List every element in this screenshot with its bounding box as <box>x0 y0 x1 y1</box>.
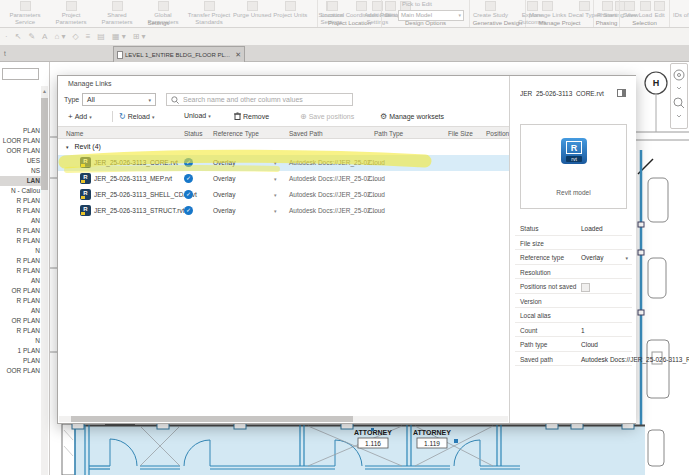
scrollbar-thumb[interactable] <box>71 416 353 422</box>
chevron-down-icon[interactable]: ▾ <box>274 208 277 214</box>
toolbar-icon[interactable]: ▦ ▾ <box>112 33 126 41</box>
field-label: Reference type <box>520 254 564 261</box>
add-button[interactable]: + Add ▾ <box>68 112 92 121</box>
browser-view-item[interactable]: R PLAN <box>0 236 41 246</box>
ribbon-button[interactable]: Edit <box>654 1 665 19</box>
link-name: JER_25-026-3113_CORE.rvt <box>94 159 178 166</box>
pick-to-edit-button[interactable]: Pick to Edit <box>402 1 432 7</box>
view-tab[interactable]: LEVEL 1_ENTIRE BLDG_FLOOR PL... ✕ <box>113 46 245 62</box>
browser-view-item[interactable]: PLAN <box>0 126 41 136</box>
column-header[interactable]: Path Type <box>374 130 403 137</box>
horizontal-scrollbar[interactable] <box>59 416 508 422</box>
browser-scrollbar[interactable]: ▲ <box>41 86 48 475</box>
status-check-icon: ✓ <box>184 158 193 167</box>
ribbon-button[interactable]: Save <box>623 1 637 19</box>
browser-view-item[interactable]: N - Callou <box>0 186 41 196</box>
ribbon-button[interactable]: IDs of Selection <box>673 1 689 19</box>
browser-view-item[interactable]: R PLAN <box>0 256 41 266</box>
column-header[interactable]: Status <box>184 130 202 137</box>
navigation-bar[interactable] <box>670 63 688 129</box>
browser-view-item[interactable]: R PLAN <box>0 266 41 276</box>
browser-view-item[interactable]: R PLAN <box>0 296 41 306</box>
column-header[interactable]: Reference Type <box>213 130 259 137</box>
browser-view-item[interactable]: AN <box>0 276 41 286</box>
browser-view-item[interactable]: AN <box>0 216 41 226</box>
link-row[interactable]: JER_25-026-3113_CORE.rvt ✓ Overlay ▾ Aut… <box>58 155 509 171</box>
reference-type-cell[interactable]: Overlay <box>213 175 235 182</box>
browser-view-item[interactable]: LAN <box>0 176 41 186</box>
scroll-up-icon[interactable]: ▲ <box>41 88 48 94</box>
zoom-icon[interactable] <box>674 98 684 108</box>
browser-view-item[interactable]: LOOR PLAN <box>0 136 41 146</box>
tab-close-icon[interactable]: ✕ <box>235 51 241 59</box>
remove-button[interactable]: Remove <box>234 112 269 120</box>
browser-view-item[interactable]: NS <box>0 166 41 176</box>
plus-icon: + <box>68 112 73 121</box>
save-positions-button[interactable]: ⊕ Save positions <box>300 112 354 121</box>
revit-group-row[interactable]: ▾ Revit (4) <box>66 143 101 150</box>
chevron-down-icon[interactable] <box>677 115 681 117</box>
status-check-icon: ✓ <box>184 190 193 199</box>
browser-view-item[interactable]: R PLAN <box>0 326 41 336</box>
browser-view-item[interactable]: PLAN <box>0 356 41 366</box>
toolbar-icon[interactable]: ≡ <box>86 33 91 41</box>
toolbar-icon[interactable]: ⊞ ▾ <box>133 33 146 41</box>
ribbon-button[interactable]: Load <box>639 1 652 19</box>
browser-view-item[interactable]: R PLAN <box>0 206 41 216</box>
ribbon-button[interactable]: Manage Links <box>529 1 566 19</box>
reference-type-cell[interactable]: Overlay <box>213 191 235 198</box>
toolbar-icon[interactable]: ◇ <box>73 33 79 41</box>
browser-view-item[interactable]: OOR PLAN <box>0 146 41 156</box>
manage-worksets-button[interactable]: ⚙ Manage worksets <box>380 112 444 121</box>
browser-view-item[interactable]: AN <box>0 306 41 316</box>
revit-icon-letter: R <box>566 141 582 154</box>
toolbar-icon[interactable]: ↖ <box>15 33 22 41</box>
browser-view-item[interactable]: 1 PLAN <box>0 346 41 356</box>
browser-view-item[interactable]: UES <box>0 156 41 166</box>
ribbon-button[interactable]: Location <box>321 1 344 19</box>
browser-view-item[interactable]: R PLAN <box>0 196 41 206</box>
chevron-down-icon[interactable]: ▾ <box>274 160 277 166</box>
links-search-input[interactable]: Search name and other column values <box>166 93 353 106</box>
column-header[interactable]: Name <box>66 130 83 137</box>
browser-view-item[interactable]: OR PLAN <box>0 286 41 296</box>
main-model-dropdown[interactable]: Main Model ▾ <box>398 10 464 21</box>
column-header[interactable]: File Size <box>448 130 473 137</box>
link-row[interactable]: JER_25-026-3113_SHELL_CDA.rvt ✓ Overlay … <box>58 187 509 203</box>
chevron-down-icon[interactable]: ▾ <box>274 192 277 198</box>
collapse-panel-icon[interactable] <box>617 89 626 97</box>
reference-type-cell[interactable]: Overlay <box>213 207 235 214</box>
link-row[interactable]: JER_25-026-3113_MEP.rvt ✓ Overlay ▾ Auto… <box>58 171 509 187</box>
browser-view-item[interactable]: R PLAN <box>0 226 41 236</box>
steering-wheel-icon[interactable] <box>674 70 684 80</box>
chevron-down-icon: ▾ <box>208 113 211 119</box>
status-check-icon: ✓ <box>184 206 193 215</box>
toolbar-icon[interactable]: · <box>5 33 8 41</box>
reload-button[interactable]: ↻ Reload ▾ <box>119 112 154 121</box>
link-row[interactable]: JER_25-026-3113_STRUCT.rvt ✓ Overlay ▾ A… <box>58 203 509 219</box>
browser-view-item[interactable]: OR PLAN <box>0 316 41 326</box>
ribbon-button[interactable]: Coordinates <box>346 1 378 19</box>
type-filter-dropdown[interactable]: All ▾ <box>82 93 156 106</box>
ribbon-button[interactable]: Phases <box>597 1 617 19</box>
browser-search-input[interactable] <box>2 68 39 80</box>
ribbon-panel: Create Study Explore Outcomes Generative… <box>470 0 526 27</box>
group-label: Revit (4) <box>74 143 100 150</box>
browser-view-item[interactable]: N <box>0 246 41 256</box>
column-header[interactable]: Saved Path <box>289 130 323 137</box>
browser-view-item[interactable]: OOR PLAN <box>0 366 41 376</box>
reference-type-cell[interactable]: Overlay <box>213 159 235 166</box>
unload-button[interactable]: Unload ▾ <box>184 112 211 119</box>
toolbar-icon[interactable]: ✎ <box>28 33 35 41</box>
quick-access-toolbar: · ↖ ✎ A ⌂ ▾ ◇ ≡ ▤ ▦ ▾ ⊞ ▾ <box>0 28 689 45</box>
toolbar-icon[interactable]: ▤ <box>97 33 105 41</box>
chevron-down-icon[interactable] <box>677 87 681 89</box>
toolbar-icon[interactable]: A <box>42 33 47 41</box>
column-header[interactable]: Position <box>486 130 509 137</box>
scrollbar-thumb[interactable] <box>41 98 48 190</box>
trash-icon <box>234 112 241 120</box>
toolbar-icon[interactable]: ⌂ ▾ <box>54 33 65 41</box>
chevron-down-icon[interactable]: ▾ <box>274 176 277 182</box>
browser-view-item[interactable]: N <box>0 336 41 346</box>
ribbon: Parameters Service Project Parameters Sh… <box>0 0 689 28</box>
